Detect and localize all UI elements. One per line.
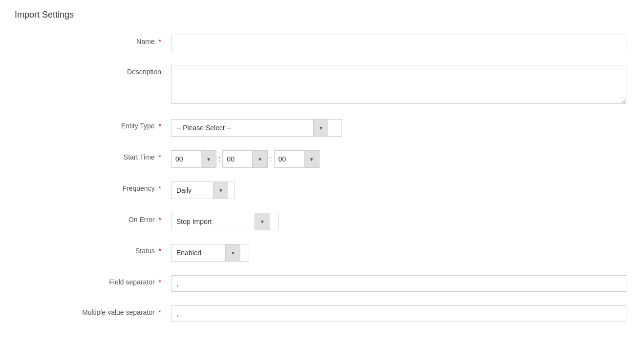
second-select[interactable]: 00 (275, 152, 304, 166)
multiple-value-separator-row: Multiple value separator * (15, 305, 626, 322)
multiple-value-separator-required: * (159, 308, 161, 316)
entity-type-select-wrapper: -- Please Select -- (171, 119, 342, 137)
status-arrow-icon[interactable] (225, 244, 240, 261)
field-separator-label: Field separator * (15, 275, 171, 286)
status-row: Status * Enabled Disabled (15, 244, 626, 262)
start-time-required: * (159, 153, 161, 161)
frequency-select[interactable]: Daily Weekly Monthly (171, 183, 213, 197)
frequency-arrow-icon[interactable] (213, 182, 228, 199)
second-select-wrapper: 00 (274, 150, 320, 168)
on-error-select-wrapper: Stop Import Continue Import (171, 213, 278, 230)
name-row: Name * (15, 35, 626, 51)
frequency-select-wrapper: Daily Weekly Monthly (171, 182, 235, 199)
start-time-control: 00 : 00 : 00 (171, 150, 626, 168)
multiple-value-separator-input[interactable] (171, 305, 626, 322)
start-time-label: Start Time * (15, 150, 171, 161)
entity-type-select[interactable]: -- Please Select -- (171, 121, 313, 135)
start-time-row: Start Time * 00 : 00 : (15, 150, 626, 168)
field-separator-input[interactable] (171, 275, 626, 292)
time-separator-2: : (268, 155, 274, 163)
frequency-control: Daily Weekly Monthly (171, 182, 626, 199)
name-label: Name * (15, 35, 171, 45)
description-label: Description (15, 65, 171, 76)
entity-type-arrow-icon[interactable] (313, 120, 328, 136)
on-error-label: On Error * (15, 213, 171, 223)
on-error-control: Stop Import Continue Import (171, 213, 626, 230)
minute-arrow-icon[interactable] (252, 151, 267, 167)
status-control: Enabled Disabled (171, 244, 626, 262)
frequency-row: Frequency * Daily Weekly Monthly (15, 182, 626, 199)
on-error-required: * (159, 216, 161, 223)
entity-type-label: Entity Type * (15, 119, 171, 130)
time-separator-1: : (216, 155, 222, 163)
status-select-wrapper: Enabled Disabled (171, 244, 249, 262)
entity-type-control: -- Please Select -- (171, 119, 626, 137)
hour-select-wrapper: 00 (171, 150, 216, 168)
entity-type-required: * (159, 122, 161, 130)
import-settings-form: Name * Description Entity Type * -- Plea… (15, 35, 626, 322)
on-error-arrow-icon[interactable] (255, 213, 270, 230)
on-error-select[interactable]: Stop Import Continue Import (171, 215, 255, 228)
multiple-value-separator-label: Multiple value separator * (15, 305, 171, 316)
frequency-required: * (159, 184, 161, 192)
field-separator-required: * (159, 278, 161, 286)
status-select[interactable]: Enabled Disabled (171, 246, 225, 260)
status-label: Status * (15, 244, 171, 255)
name-input[interactable] (171, 35, 626, 51)
multiple-value-separator-control (171, 305, 626, 322)
time-picker: 00 : 00 : 00 (171, 150, 626, 168)
name-required: * (159, 38, 161, 45)
name-control (171, 35, 626, 51)
minute-select-wrapper: 00 (222, 150, 268, 168)
description-control (171, 65, 626, 105)
hour-select[interactable]: 00 (171, 152, 201, 166)
description-row: Description (15, 65, 626, 105)
description-textarea[interactable] (171, 65, 626, 104)
on-error-row: On Error * Stop Import Continue Import (15, 213, 626, 230)
status-required: * (159, 247, 161, 255)
field-separator-control (171, 275, 626, 292)
minute-select[interactable]: 00 (223, 152, 252, 166)
entity-type-row: Entity Type * -- Please Select -- (15, 119, 626, 137)
hour-arrow-icon[interactable] (201, 151, 216, 167)
frequency-label: Frequency * (15, 182, 171, 192)
page-title: Import Settings (15, 10, 626, 20)
field-separator-row: Field separator * (15, 275, 626, 292)
second-arrow-icon[interactable] (304, 151, 319, 167)
